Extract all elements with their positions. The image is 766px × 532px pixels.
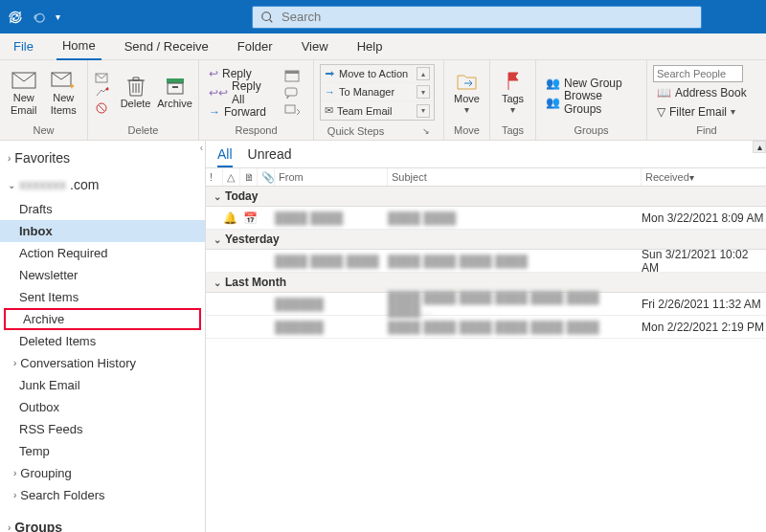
message-row[interactable]: 🔔 📅 ████ ████ ████ ████ Mon 3/22/2021 8:…	[206, 207, 766, 230]
groups-label: Groups	[14, 520, 62, 532]
subject-blurred: ████ ████	[388, 211, 642, 225]
qs-a-label: Move to Action	[339, 68, 408, 79]
sync-icon[interactable]	[8, 10, 23, 25]
archive-icon	[162, 75, 189, 98]
message-row[interactable]: ██████ ████ ████ ████ ████ ████ ████ Mon…	[206, 316, 766, 339]
qs-move-to-action[interactable]: ⮕Move to Action▴	[321, 65, 434, 83]
quick-steps-gallery[interactable]: ⮕Move to Action▴ →To Manager▾ ✉Team Emai…	[320, 64, 435, 121]
search-people-input[interactable]	[653, 65, 743, 82]
folder-newsletter[interactable]: Newsletter	[0, 264, 205, 286]
cleanup-icon[interactable]	[94, 86, 114, 100]
address-book-label: Address Book	[675, 86, 747, 100]
scroll-up-icon[interactable]: ▴	[753, 141, 766, 153]
folder-inbox[interactable]: Inbox	[0, 220, 205, 242]
folder-search-folders[interactable]: ›Search Folders	[0, 484, 205, 506]
tab-folder[interactable]: Folder	[232, 37, 279, 59]
col-from[interactable]: From	[275, 168, 388, 186]
filter-all[interactable]: All	[217, 146, 233, 167]
forward-button[interactable]: →Forward	[205, 103, 280, 121]
message-row[interactable]: ████ ████ ████ ████ ████ ████ ████ Sun 3…	[206, 250, 766, 273]
subject-blurred: ████ ████ ████ ████ ████ ████ ████…	[388, 291, 642, 318]
tags-button[interactable]: Tags ▾	[496, 65, 529, 121]
folder-grouping[interactable]: ›Grouping	[0, 462, 205, 484]
search-input[interactable]	[282, 10, 693, 24]
dialog-launcher-icon[interactable]: ↘	[422, 126, 430, 136]
svg-rect-7	[168, 83, 183, 94]
envelope-sparkle-icon	[50, 69, 77, 92]
ignore-icon[interactable]	[94, 71, 114, 84]
folder-drafts[interactable]: Drafts	[0, 198, 205, 220]
browse-groups-button[interactable]: 👥Browse Groups	[542, 94, 641, 111]
undo-icon[interactable]	[33, 11, 46, 24]
more-respond-icon[interactable]	[283, 102, 306, 118]
archive-label: Archive	[157, 98, 192, 109]
collapse-icon[interactable]: ‹	[200, 143, 203, 153]
chevron-down-icon: ▾	[464, 104, 469, 115]
subject-blurred: ████ ████ ████ ████	[388, 255, 642, 268]
address-book-button[interactable]: 📖Address Book	[653, 84, 751, 101]
new-email-button[interactable]: New Email	[6, 65, 42, 121]
account-header[interactable]: ⌄xxxxxxx.com	[0, 171, 205, 198]
qs-scroll-up[interactable]: ▴	[417, 67, 430, 80]
col-importance[interactable]: !	[206, 168, 223, 186]
folder-outbox[interactable]: Outbox	[0, 396, 205, 418]
folder-archive[interactable]: Archive	[4, 308, 201, 330]
move-button[interactable]: Move ▾	[450, 65, 484, 121]
col-reminder[interactable]: △	[223, 168, 240, 186]
folder-deleted-items[interactable]: Deleted Items	[0, 330, 205, 352]
folder-sent-items[interactable]: Sent Items	[0, 286, 205, 308]
main-area: ‹ ›Favorites ⌄xxxxxxx.com Drafts Inbox A…	[0, 141, 766, 532]
received-date: Mon 2/22/2021 2:19 PM	[642, 321, 766, 334]
junk-icon[interactable]	[94, 101, 114, 115]
meeting-icon[interactable]	[283, 68, 306, 83]
folder-conversation-history[interactable]: ›Conversation History	[0, 352, 205, 374]
archive-button[interactable]: Archive	[157, 65, 192, 121]
new-items-button[interactable]: New Items	[46, 65, 82, 121]
qs-more[interactable]: ▾	[417, 104, 430, 118]
tab-send-receive[interactable]: Send / Receive	[119, 37, 214, 59]
ribbon-tabs: File Home Send / Receive Folder View Hel…	[0, 33, 766, 60]
forward-arrow-icon: →	[325, 86, 335, 98]
qs-b-label: To Manager	[339, 86, 394, 98]
qs-scroll-down[interactable]: ▾	[417, 85, 430, 99]
filter-tabs: All Unread	[206, 141, 766, 167]
svg-rect-8	[172, 86, 178, 88]
funnel-icon: ▽	[657, 105, 665, 119]
favorites-header[interactable]: ›Favorites	[0, 144, 205, 171]
group-today[interactable]: ⌄Today	[206, 187, 766, 207]
col-attachment[interactable]: 📎	[258, 168, 275, 186]
browse-groups-label: Browse Groups	[564, 89, 637, 116]
filter-unread[interactable]: Unread	[248, 146, 292, 167]
im-icon[interactable]	[283, 85, 306, 100]
folder-temp[interactable]: Temp	[0, 440, 205, 462]
col-received[interactable]: Received▾	[642, 168, 766, 186]
customize-qat-icon[interactable]: ▾	[56, 11, 60, 22]
svg-rect-6	[167, 78, 184, 83]
qs-to-manager[interactable]: →To Manager▾	[321, 83, 434, 101]
calendar-reply-icon: 📅	[243, 211, 258, 225]
folder-action-required[interactable]: Action Required	[0, 242, 205, 264]
received-date: Fri 2/26/2021 11:32 AM	[642, 298, 766, 311]
tab-help[interactable]: Help	[351, 37, 389, 59]
delete-button[interactable]: Delete	[118, 65, 153, 121]
group-find: 📖Address Book ▽Filter Email▾ Find	[647, 60, 766, 140]
tab-view[interactable]: View	[296, 37, 334, 59]
groups-header[interactable]: ›Groups	[0, 514, 205, 532]
filter-email-button[interactable]: ▽Filter Email▾	[653, 103, 751, 121]
reply-icon: ↩	[209, 67, 218, 80]
chevron-down-icon: ⌄	[8, 180, 15, 190]
message-row[interactable]: ██████ ████ ████ ████ ████ ████ ████ ███…	[206, 293, 766, 316]
delete-label: Delete	[121, 98, 151, 109]
col-icon[interactable]: 🗎	[240, 168, 258, 186]
envelope-icon	[11, 69, 37, 92]
qs-team-email[interactable]: ✉Team Email▾	[321, 101, 434, 120]
folder-rss-feeds[interactable]: RSS Feeds	[0, 418, 205, 440]
tab-home[interactable]: Home	[56, 36, 101, 60]
reply-all-button[interactable]: ↩↩Reply All	[205, 84, 280, 101]
team-mail-icon: ✉	[325, 104, 333, 117]
col-subject[interactable]: Subject	[388, 168, 642, 186]
folder-junk-email[interactable]: Junk Email	[0, 374, 205, 396]
tab-file[interactable]: File	[8, 37, 39, 59]
new-email-label: New Email	[11, 92, 37, 115]
search-box[interactable]	[252, 6, 702, 29]
